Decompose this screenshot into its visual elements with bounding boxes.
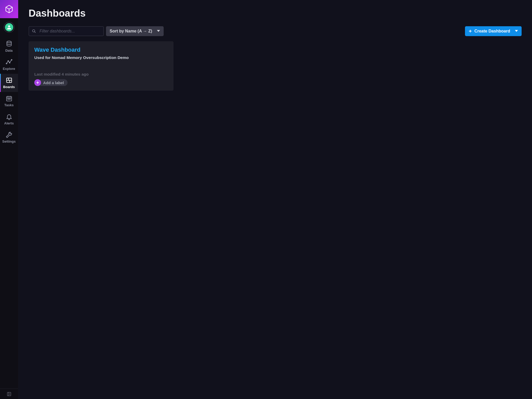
sidebar: Data Explore Boards Tasks Alerts Setting…: [0, 0, 18, 399]
create-dashboard-button[interactable]: + Create Dashboard: [465, 26, 522, 36]
add-label-pill[interactable]: Add a label: [38, 79, 68, 86]
search-wrap: [29, 26, 104, 36]
nav-label: Explore: [3, 67, 15, 71]
svg-point-5: [8, 61, 9, 61]
nav-label: Data: [5, 49, 12, 52]
dashboard-card: Wave Dashboard Used for Nomad Memory Ove…: [29, 41, 174, 91]
nav: Data Explore Boards Tasks Alerts Setting…: [0, 37, 18, 147]
create-label: Create Dashboard: [474, 29, 510, 34]
user-icon: [6, 24, 12, 30]
nav-item-alerts[interactable]: Alerts: [0, 110, 18, 128]
plus-icon: +: [469, 29, 472, 34]
chevron-down-icon: [515, 29, 518, 34]
chevron-down-icon: [157, 29, 160, 34]
sidebar-expand-button[interactable]: [0, 389, 18, 399]
bell-icon: [6, 113, 12, 120]
cube-icon: [4, 4, 14, 14]
calendar-icon: [6, 95, 12, 102]
nav-label: Boards: [3, 85, 15, 89]
page-title: Dashboards: [29, 8, 522, 19]
nav-item-explore[interactable]: Explore: [0, 56, 18, 74]
sort-select[interactable]: Sort by Name (A → Z): [106, 26, 164, 36]
main-content: Dashboards Sort by Name (A → Z) + Create…: [18, 0, 532, 399]
svg-point-3: [7, 41, 11, 43]
toolbar: Sort by Name (A → Z) + Create Dashboard: [29, 26, 522, 36]
nav-item-settings[interactable]: Settings: [0, 128, 18, 147]
svg-point-4: [6, 63, 7, 64]
svg-rect-19: [7, 392, 11, 396]
nav-label: Tasks: [4, 103, 14, 107]
wrench-icon: [6, 131, 12, 138]
svg-point-16: [8, 99, 8, 99]
search-icon: [32, 29, 36, 34]
search-input[interactable]: [29, 26, 104, 36]
boards-icon: [6, 77, 12, 84]
dashboard-last-modified: Last modified 4 minutes ago: [34, 72, 168, 77]
nav-item-tasks[interactable]: Tasks: [0, 92, 18, 110]
svg-point-17: [9, 99, 9, 99]
dashboard-description: Used for Nomad Memory Oversubscription D…: [34, 55, 168, 60]
add-label-button[interactable]: +: [34, 79, 41, 86]
svg-point-21: [32, 30, 35, 32]
nav-label: Settings: [2, 139, 16, 143]
svg-point-18: [10, 99, 10, 99]
expand-icon: [6, 391, 12, 397]
app-logo[interactable]: [0, 0, 18, 18]
sort-label: Sort by Name (A → Z): [110, 29, 152, 34]
svg-point-7: [11, 59, 12, 60]
avatar[interactable]: [4, 22, 15, 33]
svg-point-2: [8, 25, 10, 27]
nav-label: Alerts: [4, 121, 14, 125]
svg-marker-23: [157, 30, 160, 32]
nav-item-data[interactable]: Data: [0, 37, 18, 56]
label-row: + Add a label: [34, 79, 168, 86]
svg-point-6: [9, 62, 10, 63]
database-icon: [6, 41, 12, 47]
graph-icon: [6, 59, 12, 65]
dashboard-title-link[interactable]: Wave Dashboard: [34, 46, 168, 53]
svg-marker-24: [515, 30, 518, 32]
svg-line-22: [35, 32, 36, 33]
nav-item-boards[interactable]: Boards: [0, 74, 18, 92]
